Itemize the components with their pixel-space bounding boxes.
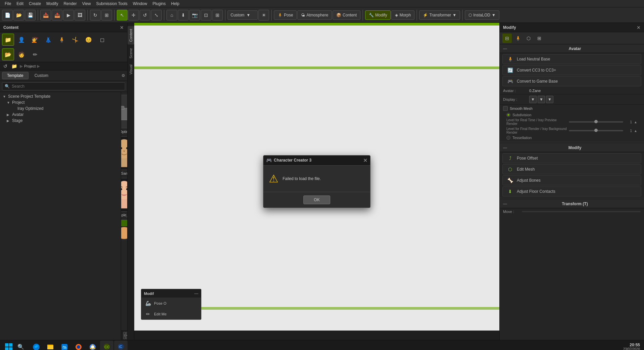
taskbar-edge[interactable] (30, 341, 43, 350)
taskbar-search[interactable]: 🔍 (15, 341, 27, 350)
taskbar-explorer[interactable] (44, 341, 57, 350)
tree-avatar[interactable]: ▶ Avatar (0, 112, 121, 118)
content-blank4[interactable] (83, 48, 95, 60)
open-button[interactable]: 📂 (13, 10, 24, 20)
right-icon-sliders[interactable]: ⊟ (502, 34, 512, 43)
export-button[interactable]: 📤 (52, 10, 62, 20)
render-btn[interactable]: 🖼 (75, 10, 85, 20)
tree-project[interactable]: ▼ Project (0, 99, 121, 105)
taskbar-store[interactable]: 🛍 (58, 341, 71, 350)
menu-view[interactable]: View (80, 1, 94, 7)
menu-help[interactable]: Help (168, 1, 182, 7)
home-btn[interactable]: ⌂ (166, 10, 177, 20)
morph-btn[interactable]: ◈ Morph (391, 10, 414, 20)
menu-file[interactable]: File (2, 1, 14, 7)
taskbar-ic[interactable]: iC (114, 341, 128, 350)
taskbar-cc[interactable]: CC (100, 341, 113, 350)
frame-btn[interactable]: ⬇ (178, 10, 189, 20)
move-tool[interactable]: ✛ (128, 10, 139, 20)
pose-btn[interactable]: 🧍 Pose (274, 10, 297, 20)
nav-back[interactable]: ↺ (2, 63, 9, 70)
dialog-ok-btn[interactable]: OK (303, 195, 330, 204)
content-avatar-icon[interactable]: 👤 (15, 34, 28, 46)
content-blank1[interactable] (42, 48, 54, 60)
transformer-btn[interactable]: ⚡ Transformer ▼ (419, 10, 460, 20)
render-preview[interactable]: ▶ (63, 10, 74, 20)
tessellation-radio[interactable] (506, 136, 510, 140)
level-final-up[interactable]: ▲ (634, 129, 637, 133)
tab-settings-btn[interactable]: ⚙ (121, 73, 125, 78)
menu-create[interactable]: Create (26, 1, 44, 7)
content-hair-icon[interactable]: 💇 (29, 34, 41, 46)
nav-project[interactable]: Project (24, 64, 36, 68)
modify-btn[interactable]: 🔧 Modify (365, 10, 391, 20)
level-realtime-track[interactable] (569, 121, 623, 123)
content-clothes-icon[interactable]: 👗 (42, 34, 54, 46)
right-icon-morph[interactable]: ⬡ (524, 34, 533, 43)
adjust-floor-btn[interactable]: ⬇ Adjust Floor Contacts (502, 186, 641, 196)
level-realtime-up[interactable]: ▲ (634, 120, 637, 124)
side-tab-content[interactable]: Content (128, 26, 134, 45)
right-icon-pose[interactable]: 🧍 (513, 34, 523, 43)
convert-cc3-btn[interactable]: 🔄 Convert CC3 to CC3+ (502, 65, 641, 75)
taskbar-chrome[interactable] (86, 341, 99, 350)
tree-stage[interactable]: ▶ Stage (0, 118, 121, 124)
scale-tool[interactable]: ⤡ (151, 10, 162, 20)
select-tool[interactable]: ↖ (117, 10, 128, 20)
adjust-bones-btn[interactable]: 🦴 Adjust Bones (502, 175, 641, 185)
content-all-icon[interactable]: 📁 (2, 34, 14, 46)
menu-window[interactable]: Window (130, 1, 150, 7)
content-blank2[interactable] (56, 48, 68, 60)
grid-item-dh-female[interactable]: DH Sample_Female (121, 178, 127, 217)
tab-template[interactable]: Template (2, 72, 29, 79)
grid-item-extra[interactable] (121, 220, 127, 240)
modify-section-header[interactable]: — Modify (500, 143, 644, 152)
search-input[interactable] (2, 82, 125, 90)
grid-btn[interactable]: ⊞ (101, 10, 112, 20)
avatar-section-header[interactable]: — Avatar (500, 44, 644, 53)
menu-render[interactable]: Render (61, 1, 79, 7)
side-tab-visual[interactable]: Visual (128, 62, 134, 77)
convert-game-btn[interactable]: 🎮 Convert to Game Base (502, 76, 641, 86)
camera-btn[interactable]: 📷 (189, 10, 200, 20)
bottom-up-btn[interactable]: ↑ (123, 332, 126, 339)
smooth-mesh-checkbox[interactable] (503, 106, 508, 111)
content-pose-icon[interactable]: 🤸 (69, 34, 81, 46)
level-final-track[interactable] (569, 130, 623, 131)
load-neutral-base-btn[interactable]: 🧍 Load Neutral Base (502, 54, 641, 64)
atmosphere-btn[interactable]: 🌤 Atmosphere (297, 10, 332, 20)
mini-panel-item-0[interactable]: 🦾 Pose O (141, 298, 201, 309)
move-slider[interactable] (522, 211, 641, 212)
grid-item-dh-male[interactable]: DH Sample (121, 136, 127, 175)
display-btn-3[interactable]: ▼ (546, 96, 553, 103)
transform-section-header[interactable]: — Transform (T) (500, 200, 644, 208)
subdivision-radio[interactable] (506, 113, 510, 117)
import-button[interactable]: 📥 (40, 10, 51, 20)
view2-btn[interactable]: ⊞ (212, 10, 223, 20)
side-tab-scene[interactable]: Scene (128, 45, 134, 61)
menu-submission[interactable]: Submission Tools (94, 1, 130, 7)
custom-dropdown[interactable]: Custom ▼ (228, 10, 258, 20)
sun-btn[interactable]: ☀ (258, 10, 269, 20)
view1-btn[interactable]: ⊡ (201, 10, 211, 20)
mini-panel-collapse[interactable]: — (194, 291, 198, 296)
content-edit-icon[interactable]: ✏ (29, 48, 41, 60)
content-btn[interactable]: 📦 Content (333, 10, 360, 20)
content-panel-close[interactable]: ✕ (120, 25, 124, 30)
content-face-icon[interactable]: 😊 (83, 34, 95, 46)
taskbar-firefox[interactable] (72, 341, 85, 350)
right-icon-grid[interactable]: ⊞ (535, 34, 544, 43)
display-btn-1[interactable]: ▼ (529, 96, 537, 103)
menu-edit[interactable]: Edit (14, 1, 26, 7)
save-button[interactable]: 💾 (25, 10, 36, 20)
content-blank3[interactable] (69, 48, 81, 60)
instal-btn[interactable]: ⬡ InstaLOD ▼ (465, 10, 499, 20)
modify-panel-close[interactable]: ✕ (637, 25, 641, 30)
menu-modify[interactable]: Modify (44, 1, 61, 7)
mini-panel-item-1[interactable]: ✏ Edit Me (141, 309, 201, 319)
pose-offset-btn[interactable]: ⤴ Pose Offset (502, 153, 641, 163)
display-btn-2[interactable]: ▼ (538, 96, 545, 103)
rotate-btn[interactable]: ↻ (90, 10, 101, 20)
tree-iray[interactable]: Iray Optimized (0, 105, 121, 112)
rotate-tool[interactable]: ↺ (140, 10, 150, 20)
